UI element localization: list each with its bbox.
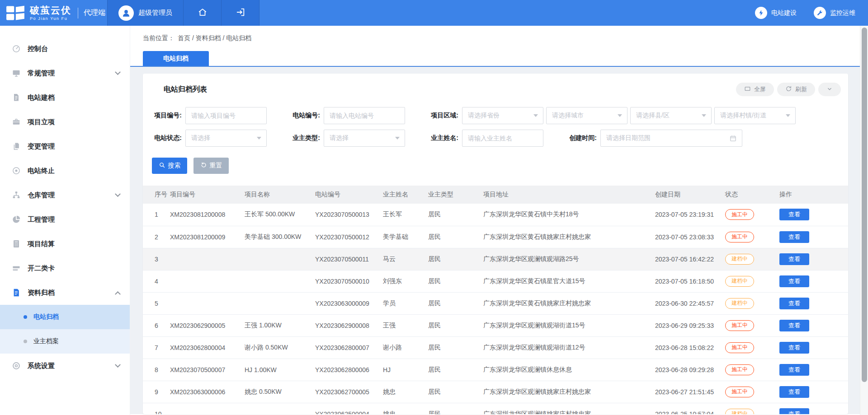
view-button[interactable]: 查看: [779, 275, 809, 287]
refresh-button[interactable]: 刷新: [777, 83, 815, 96]
logo[interactable]: 破茧云伏 Po Jian Yun Fu 代理端: [0, 0, 107, 26]
sidebar-item-常规管理[interactable]: 常规管理: [0, 61, 130, 85]
sidebar-subitem-业主档案[interactable]: 业主档案: [0, 329, 130, 354]
create-time-range-input[interactable]: 请选择日期范围: [600, 130, 742, 147]
region-select-group: 请选择省份请选择城市请选择县/区请选择村镇/街道: [462, 107, 796, 124]
view-button[interactable]: 查看: [779, 320, 809, 331]
table-cell: 学员: [383, 292, 428, 314]
table-cell: 王强 1.00KW: [245, 314, 315, 336]
table-cell: [170, 248, 245, 270]
table-cell: 美学基础 300.00KW: [245, 226, 315, 248]
table-cell: XM2023070500007: [170, 359, 245, 381]
briefcase-icon: [12, 117, 21, 126]
nav-monitor-ops[interactable]: 监控运维: [814, 7, 855, 19]
table-cell: YX2023070500012: [315, 226, 383, 248]
station-archive-card: 电站归档列表 全屏: [143, 74, 848, 414]
view-button[interactable]: 查看: [779, 209, 809, 220]
scrollbar-thumb[interactable]: [862, 28, 867, 382]
status-badge: 施工中: [725, 320, 754, 331]
logout-button[interactable]: [222, 0, 259, 26]
table-cell: 刘强东: [383, 270, 428, 292]
column-header-业主类型: 业主类型: [428, 186, 483, 204]
topbar-right-nav: 电站建设 监控运维: [755, 0, 868, 26]
sidebar-item-项目立项[interactable]: 项目立项: [0, 110, 130, 134]
project-no-input[interactable]: [185, 107, 267, 124]
owner-type-select[interactable]: 请选择: [324, 130, 405, 147]
status-badge: 建档中: [725, 298, 754, 309]
table-cell: 查看: [779, 336, 848, 359]
table-cell: YX2023062800007: [315, 336, 383, 359]
reset-button[interactable]: 重置: [193, 158, 229, 174]
search-button[interactable]: 搜索: [152, 158, 187, 174]
sidebar-item-控制台[interactable]: 控制台: [0, 37, 130, 61]
table-cell: 2023-07-05 16:42:22: [655, 248, 725, 270]
view-button[interactable]: 查看: [779, 231, 809, 243]
view-button[interactable]: 查看: [779, 342, 809, 354]
table-cell: [170, 270, 245, 292]
fullscreen-icon: [744, 85, 751, 93]
main-content: 当前位置： 首页 / 资料归档 / 电站归档 电站归档 电站归档列表: [130, 26, 860, 415]
sidebar-item-项目结算[interactable]: 项目结算: [0, 232, 130, 256]
region-select-2[interactable]: 请选择县/区: [630, 107, 712, 124]
sidebar-item-label: 变更管理: [28, 142, 55, 151]
sidebar-subitem-label: 业主档案: [33, 337, 59, 345]
calculator-icon: [12, 239, 21, 248]
table-cell: [245, 292, 315, 314]
sidebar-item-资料归档[interactable]: 资料归档: [0, 280, 130, 305]
table-cell: YX2023062500004: [315, 403, 383, 414]
home-button[interactable]: [184, 0, 222, 26]
status-badge: 建档中: [725, 409, 754, 415]
breadcrumb-item-电站归档[interactable]: 电站归档: [226, 34, 251, 42]
chevron-down-icon: [115, 69, 121, 75]
station-status-select[interactable]: 请选择: [185, 130, 267, 147]
sidebar-item-label: 控制台: [28, 45, 48, 53]
table-cell: XM2023081200009: [170, 226, 245, 248]
breadcrumb-item-资料归档[interactable]: 资料归档: [196, 34, 221, 42]
table-cell: 居民: [428, 336, 483, 359]
view-button[interactable]: 查看: [779, 298, 809, 309]
table-cell: 施工中: [725, 314, 779, 336]
table-cell: HJ 1.00KW: [245, 359, 315, 381]
table-cell: YX2023063000009: [315, 292, 383, 314]
region-select-3[interactable]: 请选择村镇/街道: [714, 107, 796, 124]
sidebar-item-开二类卡[interactable]: 开二类卡: [0, 256, 130, 280]
view-button[interactable]: 查看: [779, 364, 809, 376]
sidebar-subitem-电站归档[interactable]: 电站归档: [0, 305, 130, 329]
sidebar-item-工程管理[interactable]: 工程管理: [0, 207, 130, 232]
sidebar-item-电站建档[interactable]: 电站建档: [0, 85, 130, 110]
table-cell: XM2023063000006: [170, 381, 245, 403]
table-row: 4YX2023070500010刘强东居民广东深圳龙华区黄石镇星官大道15号20…: [143, 270, 848, 292]
station-no-input[interactable]: [324, 107, 405, 124]
table-cell: 谢小路 0.50KW: [245, 336, 315, 359]
view-button[interactable]: 查看: [779, 386, 809, 398]
collapse-button[interactable]: [818, 83, 841, 96]
region-select-1[interactable]: 请选择城市: [546, 107, 627, 124]
table-header-row: 序号项目编号项目名称电站编号业主姓名业主类型项目地址创建日期状态操作: [143, 186, 848, 204]
sidebar-subitem-label: 电站归档: [33, 313, 59, 321]
chevron-down-icon: [115, 191, 121, 197]
owner-name-input[interactable]: [462, 130, 543, 147]
fullscreen-button[interactable]: 全屏: [736, 83, 774, 96]
view-button[interactable]: 查看: [779, 408, 809, 415]
sidebar-item-电站终止[interactable]: 电站终止: [0, 159, 130, 183]
tab-station-archive[interactable]: 电站归档: [143, 51, 209, 66]
table-cell: [245, 270, 315, 292]
user-menu[interactable]: 超级管理员: [107, 0, 184, 26]
sitemap-icon: [12, 191, 21, 200]
table-cell: 居民: [428, 292, 483, 314]
sidebar-submenu: 电站归档业主档案: [0, 305, 130, 354]
sidebar-item-系统设置[interactable]: 系统设置: [0, 354, 130, 378]
sidebar-item-变更管理[interactable]: 变更管理: [0, 134, 130, 159]
sidebar-item-仓库管理[interactable]: 仓库管理: [0, 183, 130, 207]
table-cell: [245, 403, 315, 414]
nav-station-build[interactable]: 电站建设: [755, 7, 797, 19]
view-button[interactable]: 查看: [779, 253, 809, 265]
chevron-down-icon: [826, 86, 833, 93]
table-cell: 7: [143, 336, 170, 359]
region-select-0[interactable]: 请选择省份: [462, 107, 543, 124]
tabbar: 电站归档: [130, 51, 860, 67]
monitor-icon: [12, 69, 21, 78]
table-cell: 2023-06-28 09:29:28: [655, 359, 725, 381]
table-cell: 广东深圳龙华区观澜镇观湖街道15号: [483, 314, 655, 336]
breadcrumb-item-首页[interactable]: 首页: [178, 34, 190, 42]
